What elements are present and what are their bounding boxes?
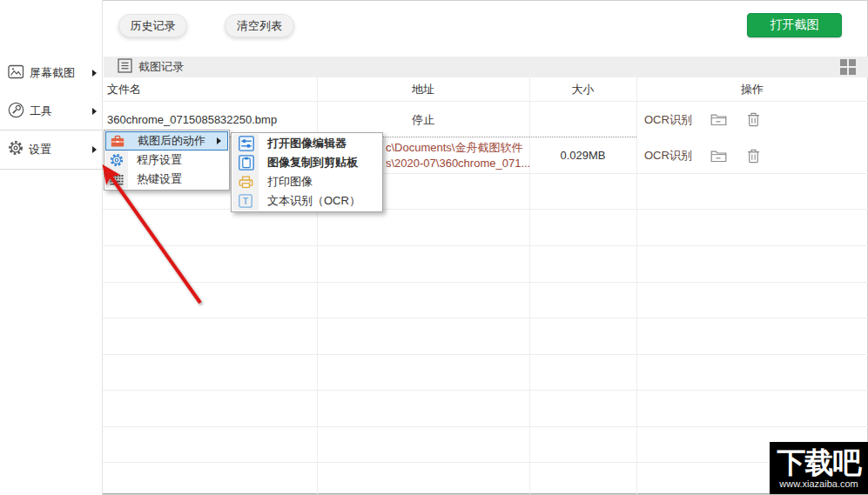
settings-context-menu: 截图后的动作 程序设置 热键设置 bbox=[104, 130, 230, 191]
sidebar-item-tools[interactable]: 工具 bbox=[0, 98, 103, 124]
history-button[interactable]: 历史记录 bbox=[118, 14, 187, 37]
svg-text:T: T bbox=[243, 197, 248, 206]
submenu-item-label: 打开图像编辑器 bbox=[267, 136, 347, 151]
chevron-right-icon bbox=[92, 70, 97, 77]
address-line: c\Documents\金舟截图软件 bbox=[386, 140, 530, 156]
address-line: s\2020-07\360chrome_071... bbox=[386, 156, 530, 171]
sidebar-item-screen-capture[interactable]: 屏幕截图 bbox=[0, 60, 103, 86]
sidebar-item-label: 工具 bbox=[30, 104, 52, 119]
chevron-right-icon bbox=[92, 108, 97, 115]
ocr-action-link[interactable]: OCR识别 bbox=[644, 112, 692, 128]
ocr-text-icon: T bbox=[239, 194, 252, 208]
submenu-item-text-recognition-ocr[interactable]: T 文本识别（OCR） bbox=[232, 191, 381, 211]
post-capture-submenu: 打开图像编辑器 图像复制到剪贴板 打印图像 T 文本识别（OCR） bbox=[231, 132, 383, 212]
menu-item-post-capture-actions[interactable]: 截图后的动作 bbox=[105, 131, 228, 151]
table-empty-rows bbox=[103, 174, 868, 494]
ocr-action-link[interactable]: OCR识别 bbox=[644, 148, 692, 164]
clipboard-icon bbox=[239, 155, 254, 171]
open-folder-icon[interactable] bbox=[710, 113, 727, 126]
sidebar-item-label: 设置 bbox=[29, 142, 51, 157]
watermark-url: www.xiazaiba.com bbox=[779, 478, 858, 490]
submenu-item-label: 图像复制到剪贴板 bbox=[267, 155, 358, 171]
record-bar-title: 截图记录 bbox=[138, 59, 184, 75]
column-header-actions: 操作 bbox=[636, 77, 868, 101]
sidebar-separator bbox=[0, 130, 103, 130]
sliders-icon bbox=[239, 136, 254, 151]
menu-item-label: 程序设置 bbox=[137, 152, 182, 168]
tools-icon bbox=[8, 102, 24, 122]
chevron-right-icon bbox=[217, 137, 221, 144]
column-header-size: 大小 bbox=[529, 77, 636, 101]
size-cell: 0.029MB bbox=[529, 137, 636, 174]
app-window: 屏幕截图 工具 设置 历史记录 清空列表 打开截图 截图记录 bbox=[0, 0, 868, 495]
record-bar: 截图记录 bbox=[104, 57, 868, 77]
list-icon bbox=[118, 58, 132, 77]
submenu-item-label: 打印图像 bbox=[267, 174, 313, 190]
sidebar: 屏幕截图 工具 设置 bbox=[0, 0, 103, 495]
column-header-address: 地址 bbox=[317, 77, 529, 101]
submenu-item-copy-to-clipboard[interactable]: 图像复制到剪贴板 bbox=[232, 153, 381, 172]
screen-capture-icon bbox=[8, 64, 24, 83]
keyboard-icon bbox=[110, 174, 124, 185]
watermark-logo: 下载吧 bbox=[777, 447, 861, 478]
submenu-item-open-image-editor[interactable]: 打开图像编辑器 bbox=[232, 134, 381, 153]
sidebar-item-label: 屏幕截图 bbox=[30, 65, 75, 81]
grid-view-icon[interactable] bbox=[839, 58, 857, 79]
chevron-right-icon bbox=[92, 146, 97, 153]
submenu-item-label: 文本识别（OCR） bbox=[267, 193, 360, 209]
open-screenshot-button[interactable]: 打开截图 bbox=[747, 13, 842, 37]
sidebar-separator bbox=[0, 169, 103, 170]
address-cell: c\Documents\金舟截图软件 s\2020-07\360chrome_0… bbox=[386, 140, 530, 171]
toolbox-icon bbox=[111, 135, 124, 148]
column-header-filename: 文件名 bbox=[107, 77, 141, 101]
submenu-item-print-image[interactable]: 打印图像 bbox=[232, 172, 381, 191]
clear-list-button[interactable]: 清空列表 bbox=[225, 14, 294, 37]
open-folder-icon[interactable] bbox=[710, 150, 727, 163]
menu-item-program-settings[interactable]: 程序设置 bbox=[105, 151, 228, 170]
menu-item-label: 热键设置 bbox=[137, 171, 182, 187]
settings-icon bbox=[8, 140, 24, 159]
gear-icon bbox=[110, 153, 124, 167]
menu-item-label: 截图后的动作 bbox=[138, 133, 205, 149]
delete-trash-icon[interactable] bbox=[747, 112, 760, 127]
printer-icon bbox=[239, 176, 253, 189]
delete-trash-icon[interactable] bbox=[747, 149, 760, 164]
sidebar-item-settings[interactable]: 设置 bbox=[0, 137, 103, 163]
menu-item-hotkey-settings[interactable]: 热键设置 bbox=[105, 170, 228, 189]
watermark: 下载吧 www.xiazaiba.com bbox=[770, 442, 868, 494]
